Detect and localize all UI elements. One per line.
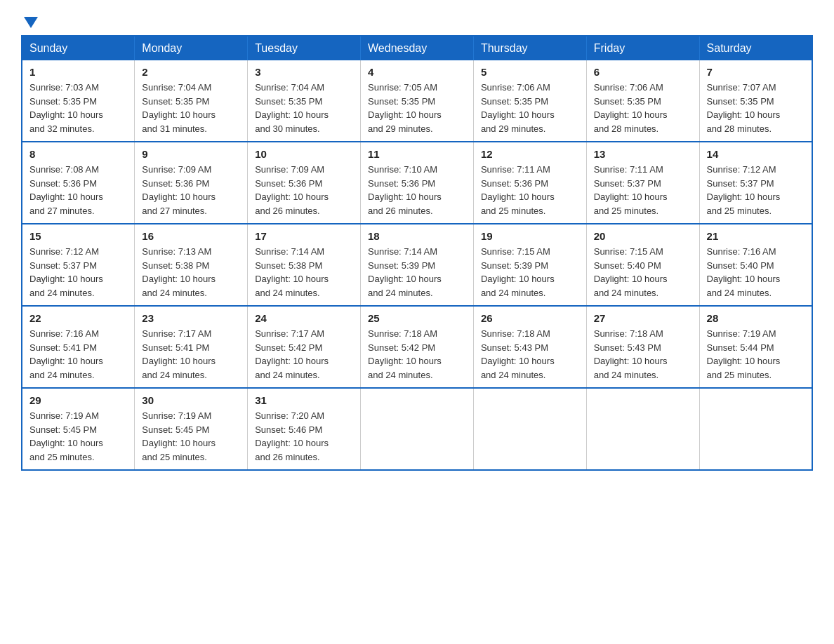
calendar-cell: 3Sunrise: 7:04 AMSunset: 5:35 PMDaylight… (248, 60, 361, 142)
calendar-cell: 7Sunrise: 7:07 AMSunset: 5:35 PMDaylight… (699, 60, 812, 142)
day-number: 23 (142, 312, 240, 324)
day-info: Sunrise: 7:16 AMSunset: 5:41 PMDaylight:… (29, 327, 127, 382)
calendar-cell (361, 388, 474, 470)
day-number: 17 (255, 230, 353, 242)
calendar-cell: 17Sunrise: 7:14 AMSunset: 5:38 PMDayligh… (248, 224, 361, 306)
calendar-cell: 16Sunrise: 7:13 AMSunset: 5:38 PMDayligh… (135, 224, 248, 306)
day-info: Sunrise: 7:20 AMSunset: 5:46 PMDaylight:… (255, 409, 353, 464)
calendar-cell: 9Sunrise: 7:09 AMSunset: 5:36 PMDaylight… (135, 142, 248, 224)
day-info: Sunrise: 7:19 AMSunset: 5:44 PMDaylight:… (707, 327, 805, 382)
calendar-cell: 26Sunrise: 7:18 AMSunset: 5:43 PMDayligh… (473, 306, 586, 388)
calendar-week-row: 1Sunrise: 7:03 AMSunset: 5:35 PMDaylight… (22, 60, 812, 142)
calendar-cell: 11Sunrise: 7:10 AMSunset: 5:36 PMDayligh… (361, 142, 474, 224)
calendar-week-row: 8Sunrise: 7:08 AMSunset: 5:36 PMDaylight… (22, 142, 812, 224)
calendar-cell: 25Sunrise: 7:18 AMSunset: 5:42 PMDayligh… (361, 306, 474, 388)
calendar-cell: 20Sunrise: 7:15 AMSunset: 5:40 PMDayligh… (586, 224, 699, 306)
day-info: Sunrise: 7:12 AMSunset: 5:37 PMDaylight:… (707, 163, 805, 217)
day-info: Sunrise: 7:09 AMSunset: 5:36 PMDaylight:… (255, 163, 353, 217)
day-number: 30 (142, 394, 240, 406)
calendar-cell: 5Sunrise: 7:06 AMSunset: 5:35 PMDaylight… (473, 60, 586, 142)
day-number: 15 (29, 230, 127, 242)
calendar-cell: 28Sunrise: 7:19 AMSunset: 5:44 PMDayligh… (699, 306, 812, 388)
weekday-header-sunday: Sunday (22, 36, 135, 60)
calendar-cell: 21Sunrise: 7:16 AMSunset: 5:40 PMDayligh… (699, 224, 812, 306)
day-number: 12 (481, 148, 579, 160)
calendar-cell: 18Sunrise: 7:14 AMSunset: 5:39 PMDayligh… (361, 224, 474, 306)
calendar-cell: 29Sunrise: 7:19 AMSunset: 5:45 PMDayligh… (22, 388, 135, 470)
calendar-cell: 6Sunrise: 7:06 AMSunset: 5:35 PMDaylight… (586, 60, 699, 142)
day-number: 21 (707, 230, 805, 242)
calendar-week-row: 29Sunrise: 7:19 AMSunset: 5:45 PMDayligh… (22, 388, 812, 470)
calendar-cell: 19Sunrise: 7:15 AMSunset: 5:39 PMDayligh… (473, 224, 586, 306)
weekday-header-tuesday: Tuesday (248, 36, 361, 60)
day-info: Sunrise: 7:19 AMSunset: 5:45 PMDaylight:… (142, 409, 240, 464)
calendar-cell (586, 388, 699, 470)
day-info: Sunrise: 7:06 AMSunset: 5:35 PMDaylight:… (594, 81, 692, 135)
day-number: 13 (594, 148, 692, 160)
day-number: 31 (255, 394, 353, 406)
day-info: Sunrise: 7:09 AMSunset: 5:36 PMDaylight:… (142, 163, 240, 217)
day-info: Sunrise: 7:15 AMSunset: 5:40 PMDaylight:… (594, 245, 692, 300)
day-info: Sunrise: 7:14 AMSunset: 5:39 PMDaylight:… (368, 245, 466, 300)
day-number: 14 (707, 148, 805, 160)
day-info: Sunrise: 7:15 AMSunset: 5:39 PMDaylight:… (481, 245, 579, 300)
day-info: Sunrise: 7:17 AMSunset: 5:41 PMDaylight:… (142, 327, 240, 382)
weekday-header-thursday: Thursday (473, 36, 586, 60)
day-number: 18 (368, 230, 466, 242)
day-info: Sunrise: 7:18 AMSunset: 5:43 PMDaylight:… (481, 327, 579, 382)
day-number: 28 (707, 312, 805, 324)
calendar-cell: 10Sunrise: 7:09 AMSunset: 5:36 PMDayligh… (248, 142, 361, 224)
day-number: 26 (481, 312, 579, 324)
day-number: 6 (594, 66, 692, 78)
calendar-cell: 22Sunrise: 7:16 AMSunset: 5:41 PMDayligh… (22, 306, 135, 388)
day-info: Sunrise: 7:14 AMSunset: 5:38 PMDaylight:… (255, 245, 353, 300)
calendar-cell: 24Sunrise: 7:17 AMSunset: 5:42 PMDayligh… (248, 306, 361, 388)
calendar-week-row: 15Sunrise: 7:12 AMSunset: 5:37 PMDayligh… (22, 224, 812, 306)
calendar-cell: 30Sunrise: 7:19 AMSunset: 5:45 PMDayligh… (135, 388, 248, 470)
day-number: 20 (594, 230, 692, 242)
day-number: 25 (368, 312, 466, 324)
day-number: 8 (29, 148, 127, 160)
page-header (21, 14, 813, 28)
day-number: 2 (142, 66, 240, 78)
weekday-header-friday: Friday (586, 36, 699, 60)
day-info: Sunrise: 7:18 AMSunset: 5:42 PMDaylight:… (368, 327, 466, 382)
day-number: 16 (142, 230, 240, 242)
calendar-table: SundayMondayTuesdayWednesdayThursdayFrid… (21, 35, 813, 471)
day-info: Sunrise: 7:19 AMSunset: 5:45 PMDaylight:… (29, 409, 127, 464)
calendar-cell (699, 388, 812, 470)
day-number: 29 (29, 394, 127, 406)
day-info: Sunrise: 7:17 AMSunset: 5:42 PMDaylight:… (255, 327, 353, 382)
calendar-cell: 1Sunrise: 7:03 AMSunset: 5:35 PMDaylight… (22, 60, 135, 142)
day-number: 1 (29, 66, 127, 78)
logo (21, 14, 38, 28)
day-number: 9 (142, 148, 240, 160)
day-info: Sunrise: 7:12 AMSunset: 5:37 PMDaylight:… (29, 245, 127, 300)
day-info: Sunrise: 7:03 AMSunset: 5:35 PMDaylight:… (29, 81, 127, 135)
day-number: 3 (255, 66, 353, 78)
day-number: 11 (368, 148, 466, 160)
day-info: Sunrise: 7:16 AMSunset: 5:40 PMDaylight:… (707, 245, 805, 300)
day-number: 10 (255, 148, 353, 160)
day-info: Sunrise: 7:07 AMSunset: 5:35 PMDaylight:… (707, 81, 805, 135)
weekday-header-saturday: Saturday (699, 36, 812, 60)
calendar-week-row: 22Sunrise: 7:16 AMSunset: 5:41 PMDayligh… (22, 306, 812, 388)
day-number: 5 (481, 66, 579, 78)
day-info: Sunrise: 7:06 AMSunset: 5:35 PMDaylight:… (481, 81, 579, 135)
day-info: Sunrise: 7:04 AMSunset: 5:35 PMDaylight:… (255, 81, 353, 135)
day-info: Sunrise: 7:05 AMSunset: 5:35 PMDaylight:… (368, 81, 466, 135)
weekday-header-wednesday: Wednesday (361, 36, 474, 60)
calendar-cell: 31Sunrise: 7:20 AMSunset: 5:46 PMDayligh… (248, 388, 361, 470)
logo-arrow-icon (24, 17, 38, 28)
calendar-cell: 8Sunrise: 7:08 AMSunset: 5:36 PMDaylight… (22, 142, 135, 224)
day-number: 27 (594, 312, 692, 324)
calendar-cell: 2Sunrise: 7:04 AMSunset: 5:35 PMDaylight… (135, 60, 248, 142)
day-number: 4 (368, 66, 466, 78)
day-info: Sunrise: 7:13 AMSunset: 5:38 PMDaylight:… (142, 245, 240, 300)
day-number: 24 (255, 312, 353, 324)
calendar-cell: 27Sunrise: 7:18 AMSunset: 5:43 PMDayligh… (586, 306, 699, 388)
calendar-cell: 15Sunrise: 7:12 AMSunset: 5:37 PMDayligh… (22, 224, 135, 306)
day-number: 7 (707, 66, 805, 78)
day-info: Sunrise: 7:18 AMSunset: 5:43 PMDaylight:… (594, 327, 692, 382)
calendar-header-row: SundayMondayTuesdayWednesdayThursdayFrid… (22, 36, 812, 60)
